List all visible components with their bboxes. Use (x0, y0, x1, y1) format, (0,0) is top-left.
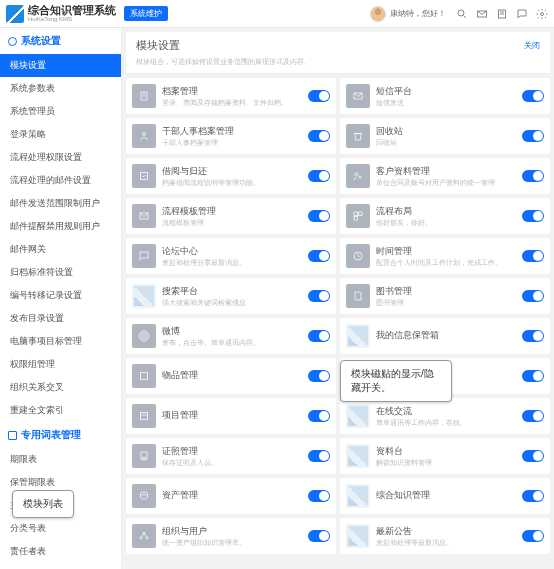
callout-toggle: 模块磁贴的显示/隐藏开关。 (340, 360, 452, 402)
sidebar-item[interactable]: 组织关系交叉 (0, 376, 121, 399)
sidebar-item[interactable]: 发布目录设置 (0, 307, 121, 330)
sidebar-item[interactable]: 邮件网关 (0, 238, 121, 261)
svg-rect-24 (141, 373, 148, 380)
sidebar-item[interactable]: 流程处理权限设置 (0, 146, 121, 169)
logo: 综合知识管理系统 HuiKeTong KMS (6, 5, 116, 23)
chat-icon[interactable] (516, 8, 528, 20)
gear-icon[interactable] (536, 8, 548, 20)
module-toggle[interactable] (522, 210, 544, 222)
module-card: 流程布局你好朋友，你好。 (340, 198, 550, 234)
module-card: 最新公告发起和处理等最新消息。 (340, 518, 550, 554)
user-info[interactable]: 康纳特，您好！ (370, 6, 446, 22)
search-icon[interactable] (456, 8, 468, 20)
sidebar-item[interactable]: 全宗号表 (0, 563, 121, 569)
svg-point-22 (141, 333, 147, 339)
sidebar-item[interactable]: 登录策略 (0, 123, 121, 146)
close-button[interactable]: 关闭 (524, 40, 540, 51)
module-desc: 短信发送 (376, 99, 516, 107)
module-desc: 干部人事档案管理 (162, 139, 302, 147)
app-header: 综合知识管理系统 HuiKeTong KMS 系统维护 康纳特，您好！ (0, 0, 554, 28)
sidebar-item[interactable]: 邮件发送范围限制用户 (0, 192, 121, 215)
ann-icon (346, 524, 370, 548)
module-toggle[interactable] (522, 170, 544, 182)
sidebar-item[interactable]: 流程处理的邮件设置 (0, 169, 121, 192)
module-toggle[interactable] (522, 370, 544, 382)
module-toggle[interactable] (308, 210, 330, 222)
module-title: 综合知识管理 (376, 490, 516, 502)
sidebar-item[interactable]: 归档标准符设置 (0, 261, 121, 284)
sidebar-item[interactable]: 权限组管理 (0, 353, 121, 376)
module-desc: 发布，点击等。简单通讯内容。 (162, 339, 302, 347)
doc-icon (132, 84, 156, 108)
msg-icon (346, 84, 370, 108)
module-toggle[interactable] (308, 290, 330, 302)
module-card: 综合知识管理 (340, 478, 550, 514)
module-desc: 档案借阅流程说明等管理功能。 (162, 179, 302, 187)
loan-icon (132, 164, 156, 188)
module-title: 流程布局 (376, 206, 516, 218)
svg-point-28 (143, 457, 146, 460)
module-card: 资料台解锁知识资料管理 (340, 438, 550, 474)
module-title: 流程模板管理 (162, 206, 302, 218)
module-title: 资产管理 (162, 490, 302, 502)
note-icon[interactable] (496, 8, 508, 20)
module-toggle[interactable] (308, 90, 330, 102)
sidebar-item[interactable]: 邮件提醒禁用规则用户 (0, 215, 121, 238)
module-title: 在线交流 (376, 406, 516, 418)
sidebar-item[interactable]: 分类号表 (0, 517, 121, 540)
module-card: 档案管理登录、查阅及存储档案资料、文件归档。 (126, 78, 336, 114)
sidebar-item[interactable]: 系统参数表 (0, 77, 121, 100)
svg-line-33 (141, 534, 144, 537)
module-title: 档案管理 (162, 86, 302, 98)
module-title: 最新公告 (376, 526, 516, 538)
module-toggle[interactable] (522, 290, 544, 302)
app-subtitle: HuiKeTong KMS (28, 16, 116, 22)
bin-icon (346, 124, 370, 148)
module-toggle[interactable] (522, 330, 544, 342)
module-toggle[interactable] (308, 370, 330, 382)
module-card: 短信平台短信发送 (340, 78, 550, 114)
module-toggle[interactable] (522, 450, 544, 462)
module-toggle[interactable] (522, 410, 544, 422)
book-icon (346, 284, 370, 308)
module-toggle[interactable] (522, 250, 544, 262)
module-toggle[interactable] (522, 490, 544, 502)
module-toggle[interactable] (308, 530, 330, 542)
sidebar-item[interactable]: 责任者表 (0, 540, 121, 563)
module-title: 客户资料管理 (376, 166, 516, 178)
box-icon (346, 324, 370, 348)
svg-point-0 (458, 10, 464, 16)
svg-rect-17 (354, 212, 358, 216)
module-desc: 单位合同及账号对用户资料的统一管理 (376, 179, 516, 187)
module-toggle[interactable] (308, 450, 330, 462)
header-badge[interactable]: 系统维护 (124, 6, 168, 21)
mail-icon[interactable] (476, 8, 488, 20)
logo-icon (6, 5, 24, 23)
sidebar-section-dict: 专用词表管理 (0, 422, 121, 448)
sidebar-item[interactable]: 电脑事项目标管理 (0, 330, 121, 353)
module-toggle[interactable] (308, 330, 330, 342)
svg-rect-25 (141, 413, 148, 420)
cert-icon (132, 444, 156, 468)
module-toggle[interactable] (308, 410, 330, 422)
module-toggle[interactable] (522, 530, 544, 542)
sidebar-item[interactable]: 期限表 (0, 448, 121, 471)
time-icon (346, 244, 370, 268)
sidebar-item[interactable]: 模块设置 (0, 54, 121, 77)
module-toggle[interactable] (308, 490, 330, 502)
module-desc: 你好朋友，你好。 (376, 219, 516, 227)
module-toggle[interactable] (308, 250, 330, 262)
page-title: 模块设置 (136, 38, 180, 53)
sidebar-item[interactable]: 编号转移记录设置 (0, 284, 121, 307)
svg-rect-19 (354, 217, 358, 221)
module-toggle[interactable] (308, 170, 330, 182)
sidebar-item[interactable]: 重建全文索引 (0, 399, 121, 422)
cust-icon (346, 164, 370, 188)
sidebar-item[interactable]: 系统管理员 (0, 100, 121, 123)
module-toggle[interactable] (522, 130, 544, 142)
content-area: 模块设置 关闭 模块组合，可选择如何设置业务范围的展现形式及内容。 档案管理登录… (122, 28, 554, 569)
module-toggle[interactable] (522, 90, 544, 102)
app-title: 综合知识管理系统 (28, 5, 116, 16)
svg-line-1 (464, 15, 467, 18)
module-toggle[interactable] (308, 130, 330, 142)
